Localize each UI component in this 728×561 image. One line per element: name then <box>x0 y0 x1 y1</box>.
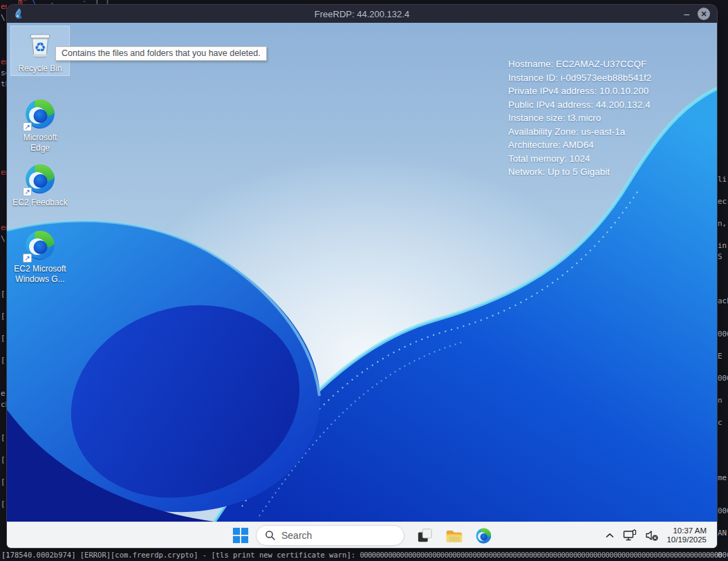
window-controls: – ✕ <box>684 5 710 23</box>
recycle-bin-icon <box>24 28 57 61</box>
edge-icon: ↗ <box>24 162 57 196</box>
shortcut-arrow-icon: ↗ <box>23 187 32 196</box>
search-icon <box>265 530 276 541</box>
desktop-icon-microsoft-edge[interactable]: ↗ Microsoft Edge <box>11 97 69 153</box>
desktop-icon-label: EC2 Feedback <box>12 198 67 208</box>
taskbar-center-group <box>232 522 492 548</box>
start-button[interactable] <box>232 526 250 544</box>
titlebar: FreeRDP: 44.200.132.4 – ✕ <box>7 5 717 23</box>
recycle-bin-tooltip: Contains the files and folders that you … <box>55 46 267 61</box>
desktop-icon-ec2-microsoft-windows[interactable]: ↗ EC2 Microsoft Windows G... <box>7 229 73 285</box>
terminal-error-text: [178540.0002b974] [ERROR][com.freerdp.cr… <box>1 551 360 559</box>
minimize-button[interactable]: – <box>684 10 689 17</box>
tray-clock[interactable]: 10:37 AM 10/19/2025 <box>666 526 707 545</box>
desktop-icon-label: Microsoft Edge <box>15 133 65 153</box>
volume-muted-icon[interactable] <box>644 526 660 544</box>
desktop-icon-ec2-feedback[interactable]: ↗ EC2 Feedback <box>7 162 73 208</box>
edge-taskbar-button[interactable] <box>474 526 492 544</box>
close-button[interactable]: ✕ <box>698 8 710 20</box>
search-input[interactable] <box>281 530 392 541</box>
terminal-right-text: li ecr n, in S ach 000 E 000 n c me 000 … <box>718 8 728 561</box>
edge-icon: ↗ <box>24 229 57 262</box>
network-icon[interactable] <box>622 526 637 544</box>
screen: m" \ , · Γ ] \ se th \ [ [ [ [ e ch [ [ … <box>0 0 728 561</box>
tray-time: 10:37 AM <box>666 526 707 536</box>
terminal-right-strip: li ecr n, in S ach 000 E 000 n c me 000 … <box>717 0 728 561</box>
desktop-icon-label: EC2 Microsoft Windows G... <box>8 264 72 285</box>
file-explorer-button[interactable] <box>445 526 463 544</box>
tray-chevron-icon[interactable] <box>604 526 615 544</box>
shortcut-arrow-icon: ↗ <box>23 122 32 131</box>
freerdp-app-icon <box>12 8 25 20</box>
desktop-icon-label: Recycle Bin <box>18 64 62 74</box>
remote-desktop: ♻ <box>7 23 717 548</box>
taskbar: 10:37 AM 10/19/2025 <box>7 522 717 548</box>
tray-date: 10/19/2025 <box>666 535 707 545</box>
window-title: FreeRDP: 44.200.132.4 <box>7 9 717 19</box>
instance-info-text: Hostname: EC2AMAZ-U37CCQF Instance ID: i… <box>508 57 651 179</box>
terminal-left-red-text: em em em em <box>1 1 7 234</box>
terminal-bottom-line: [178540.0002b974] [ERROR][com.freerdp.cr… <box>1 551 722 559</box>
shortcut-arrow-icon: ↗ <box>23 254 32 263</box>
edge-icon: ↗ <box>24 97 57 131</box>
terminal-left-strip: \ se th \ [ [ [ [ e ch [ [ [ [ em em em … <box>0 0 7 561</box>
system-tray: 10:37 AM 10/19/2025 <box>604 522 707 548</box>
taskbar-search[interactable] <box>256 525 404 546</box>
task-view-button[interactable] <box>416 526 434 544</box>
terminal-zeros: 0000000000000000000000000000000000000000… <box>360 551 722 559</box>
freerdp-window: FreeRDP: 44.200.132.4 – ✕ <box>7 5 717 548</box>
